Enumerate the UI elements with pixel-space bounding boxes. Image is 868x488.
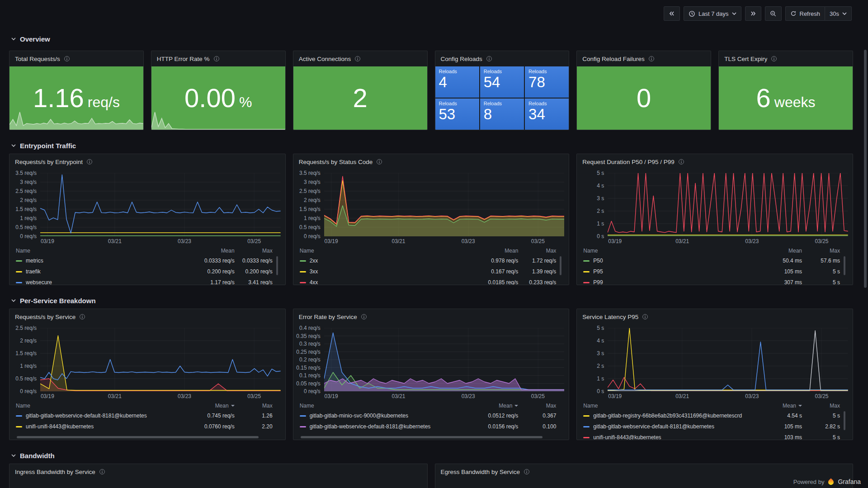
panel-header[interactable]: Error Rate by Service — [293, 309, 569, 324]
legend-series-row[interactable]: gitlab-gitlab-webservice-default-8181@ku… — [583, 421, 846, 432]
info-icon[interactable] — [486, 56, 492, 62]
section-header-overview[interactable]: Overview — [11, 34, 853, 43]
refresh-button[interactable]: Refresh — [785, 6, 825, 21]
info-icon[interactable] — [213, 56, 220, 62]
legend-series-row[interactable]: unifi-unifi-8443@kubernetes103 ms5 s — [583, 432, 846, 440]
info-icon[interactable] — [524, 469, 530, 475]
legend-series-row[interactable]: unifi-unifi-8443@kubernetes0.0760 req/s2… — [16, 421, 279, 432]
section-title: Overview — [20, 35, 50, 43]
panel-header[interactable]: Request Duration P50 / P95 / P99 — [577, 154, 853, 169]
legend-col-mean[interactable]: Mean — [752, 248, 802, 254]
legend-series-row[interactable]: gitlab-gitlab-webservice-default-8181@ku… — [300, 421, 563, 432]
panel-header[interactable]: Service Latency P95 — [577, 309, 853, 324]
legend-col-max[interactable]: Max — [802, 403, 840, 409]
legend-col-name[interactable]: Name — [16, 248, 185, 254]
info-icon[interactable] — [771, 56, 777, 62]
legend-series-row[interactable]: gitlab-gitlab-minio-svc-9000@kubernetes0… — [300, 410, 563, 421]
legend-col-max[interactable]: Max — [518, 403, 556, 409]
time-series-plot[interactable] — [40, 173, 281, 236]
panel-header[interactable]: Total Requests/s — [9, 51, 143, 66]
y-axis-label: 1 s — [597, 375, 604, 382]
info-icon[interactable] — [354, 56, 361, 62]
legend-col-mean[interactable]: Mean — [468, 403, 518, 409]
legend-col-max[interactable]: Max — [235, 248, 273, 254]
panel-egress-bandwidth: Egress Bandwidth by Service — [435, 464, 854, 488]
legend-col-max[interactable]: Max — [235, 403, 273, 409]
legend-series-row[interactable]: P95105 ms5 s — [583, 266, 846, 277]
legend-col-mean[interactable]: Mean — [468, 248, 518, 254]
info-icon[interactable] — [642, 314, 648, 320]
legend-col-name[interactable]: Name — [300, 248, 469, 254]
zoom-out-button[interactable] — [765, 6, 782, 21]
legend-col-mean[interactable]: Mean — [752, 403, 802, 409]
legend-col-mean[interactable]: Mean — [185, 403, 235, 409]
panel-header[interactable]: Config Reloads — [435, 51, 569, 66]
panel-header[interactable]: Requests/s by Service — [9, 309, 285, 324]
legend-series-row[interactable]: 2xx0.978 req/s1.72 req/s — [300, 255, 563, 266]
legend-series-row[interactable]: P99307 ms5 s — [583, 277, 846, 285]
legend-series-row[interactable]: websecure1.17 req/s3.41 req/s — [16, 277, 279, 285]
panel-header[interactable]: Config Reload Failures — [577, 51, 711, 66]
legend-col-max[interactable]: Max — [802, 248, 840, 254]
y-axis-label: 3 s — [597, 350, 604, 357]
legend-col-max[interactable]: Max — [518, 248, 556, 254]
info-icon[interactable] — [376, 159, 382, 165]
info-icon[interactable] — [64, 56, 70, 62]
info-icon[interactable] — [79, 314, 85, 320]
legend-scrollbar[interactable] — [560, 256, 561, 275]
panel-header[interactable]: Egress Bandwidth by Service — [435, 464, 853, 479]
legend-col-name[interactable]: Name — [583, 403, 752, 409]
legend-series-row[interactable]: gitlab-gitlab-webservice-default-8181@ku… — [16, 410, 279, 421]
legend-series-row[interactable]: traefik0.200 req/s0.200 req/s — [16, 266, 279, 277]
legend-horizontal-scrollbar[interactable] — [17, 436, 259, 438]
legend-series-row[interactable]: 3xx0.167 req/s1.39 req/s — [300, 266, 563, 277]
panel-header[interactable]: HTTP Error Rate % — [151, 51, 285, 66]
legend-col-mean[interactable]: Mean — [185, 248, 235, 254]
y-axis-label: 1 s — [597, 221, 604, 227]
panel-header[interactable]: Requests/s by Entrypoint — [9, 154, 285, 169]
info-icon[interactable] — [99, 469, 105, 475]
info-icon[interactable] — [86, 159, 93, 165]
time-shift-back-button[interactable] — [664, 6, 680, 21]
time-shift-forward-button[interactable] — [745, 6, 761, 21]
legend-series-row[interactable]: metrics0.0333 req/s0.0333 req/s — [16, 255, 279, 266]
config-reload-cell: Reloads34 — [525, 99, 569, 130]
info-icon[interactable] — [648, 56, 655, 62]
time-series-plot[interactable] — [40, 328, 281, 391]
legend-scrollbar[interactable] — [276, 256, 278, 275]
legend-col-name[interactable]: Name — [300, 403, 469, 409]
section-header-entrypoint-traffic[interactable]: Entrypoint Traffic — [11, 141, 853, 150]
series-color-swatch — [16, 415, 22, 417]
section-header-bandwidth[interactable]: Bandwidth — [11, 451, 853, 460]
x-axis-label: 03/19 — [41, 393, 54, 399]
legend-series-row[interactable]: P5050.4 ms57.6 ms — [583, 255, 846, 266]
series-mean: 105 ms — [752, 423, 802, 430]
panel-header[interactable]: TLS Cert Expiry — [719, 51, 853, 66]
legend-series-row[interactable]: gitlab-gitlab-registry-66b8e6ab2b93c4311… — [583, 410, 846, 421]
legend-col-name[interactable]: Name — [16, 403, 185, 409]
section-header-per-service[interactable]: Per-Service Breakdown — [11, 296, 853, 305]
info-icon[interactable] — [678, 159, 684, 165]
time-series-plot[interactable] — [608, 173, 848, 236]
panel-config-reloads: Config Reloads Reloads4Reloads54Reloads7… — [435, 51, 570, 130]
time-range-picker[interactable]: Last 7 days — [684, 6, 741, 21]
legend-horizontal-scrollbar[interactable] — [301, 436, 542, 438]
panel-header[interactable]: Requests/s by Status Code — [293, 154, 569, 169]
series-name: unifi-unifi-8443@kubernetes — [26, 423, 185, 430]
page-scrollbar[interactable] — [864, 50, 867, 288]
panel-header[interactable]: Active Connections — [293, 51, 427, 66]
x-axis-label: 03/25 — [531, 238, 545, 244]
time-series-plot[interactable] — [324, 328, 565, 391]
legend-scrollbar[interactable] — [844, 256, 845, 275]
legend-scrollbar[interactable] — [844, 411, 845, 430]
stat-value: 0.00 % — [184, 85, 252, 111]
time-series-plot[interactable] — [608, 328, 848, 391]
info-icon[interactable] — [361, 314, 367, 320]
legend-col-name[interactable]: Name — [583, 248, 752, 254]
time-series-plot[interactable] — [324, 173, 565, 236]
refresh-interval-picker[interactable]: 30s — [825, 6, 852, 21]
config-reload-cell: Reloads78 — [525, 66, 569, 98]
legend-series-row[interactable]: 4xx0.0185 req/s0.233 req/s — [300, 277, 563, 285]
powered-by-grafana-link[interactable]: Powered by Grafana — [793, 478, 861, 486]
panel-header[interactable]: Ingress Bandwidth by Service — [9, 464, 427, 479]
